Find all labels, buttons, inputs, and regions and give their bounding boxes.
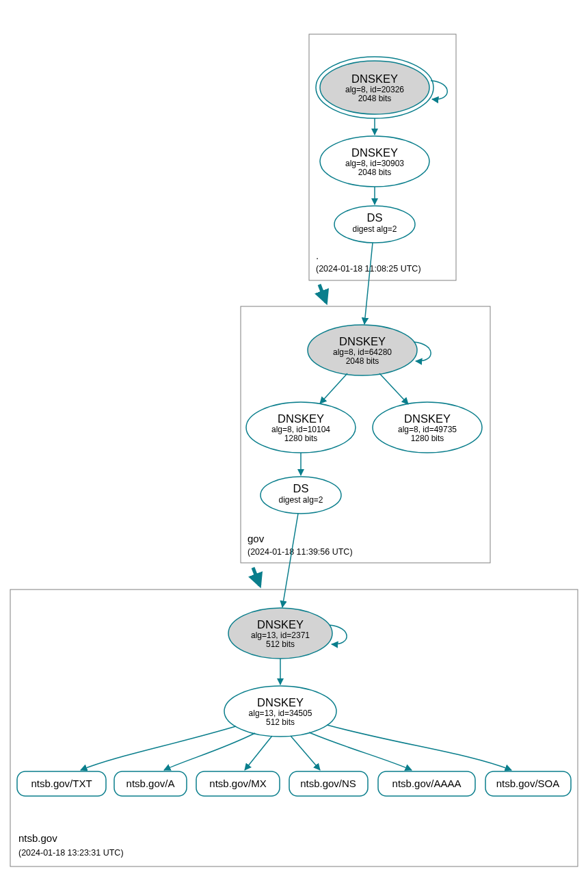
edge-gov-ksk-zsk2 [379,373,408,404]
record-a: ntsb.gov/A [114,771,187,796]
node-gov-zsk-49735: DNSKEY alg=8, id=49735 1280 bits [373,402,482,453]
svg-text:512 bits: 512 bits [266,639,295,649]
node-root-zsk: DNSKEY alg=8, id=30903 2048 bits [320,136,429,187]
svg-text:ntsb.gov/SOA: ntsb.gov/SOA [496,778,560,789]
edge-zsk-aaaa [309,732,412,770]
node-ntsb-ksk: DNSKEY alg=13, id=2371 512 bits [228,608,332,659]
svg-text:DNSKEY: DNSKEY [257,696,304,709]
svg-text:alg=8, id=64280: alg=8, id=64280 [333,347,392,357]
edge-gov-ksk-zsk1 [320,373,347,403]
record-ns: ntsb.gov/NS [289,771,368,796]
svg-text:2048 bits: 2048 bits [346,356,379,366]
edge-root-ds-gov-ksk [364,243,373,324]
node-ntsb-zsk: DNSKEY alg=13, id=34505 512 bits [224,686,336,737]
record-txt: ntsb.gov/TXT [17,771,106,796]
svg-text:DNSKEY: DNSKEY [278,412,324,425]
edge-root-to-gov-thick [319,284,326,302]
svg-text:alg=13, id=2371: alg=13, id=2371 [251,631,310,640]
svg-text:alg=8, id=10104: alg=8, id=10104 [271,425,330,434]
svg-text:ntsb.gov/A: ntsb.gov/A [126,778,175,789]
svg-text:512 bits: 512 bits [266,717,295,727]
svg-text:ntsb.gov/AAAA: ntsb.gov/AAAA [392,778,462,789]
zone-name-ntsb: ntsb.gov [18,832,57,844]
dnssec-graph: . (2024-01-18 11:08:25 UTC) gov (2024-01… [0,0,588,874]
svg-text:alg=8, id=20326: alg=8, id=20326 [345,85,404,94]
svg-text:DNSKEY: DNSKEY [257,618,304,631]
svg-text:alg=8, id=30903: alg=8, id=30903 [345,159,404,168]
zone-time-root: (2024-01-18 11:08:25 UTC) [316,264,421,274]
svg-text:ntsb.gov/NS: ntsb.gov/NS [300,778,356,789]
edge-zsk-soa [327,725,511,770]
svg-text:DS: DS [293,482,309,494]
svg-text:DNSKEY: DNSKEY [404,412,451,425]
zone-name-gov: gov [248,533,265,544]
edge-zsk-txt [81,726,236,770]
svg-text:alg=13, id=34505: alg=13, id=34505 [249,709,312,718]
svg-text:alg=8, id=49735: alg=8, id=49735 [398,425,457,434]
edge-zsk-mx [245,736,272,770]
edge-gov-to-ntsb-thick [253,568,260,585]
edge-zsk-a [164,733,255,770]
svg-text:ntsb.gov/TXT: ntsb.gov/TXT [31,778,92,789]
svg-text:DNSKEY: DNSKEY [351,146,398,159]
node-root-ds: DS digest alg=2 [334,206,415,243]
svg-text:digest alg=2: digest alg=2 [352,224,397,234]
svg-text:ntsb.gov/MX: ntsb.gov/MX [209,778,266,789]
record-mx: ntsb.gov/MX [196,771,280,796]
svg-text:DNSKEY: DNSKEY [351,72,398,85]
zone-time-ntsb: (2024-01-18 13:23:31 UTC) [18,848,124,858]
svg-text:DS: DS [367,211,383,224]
record-aaaa: ntsb.gov/AAAA [378,771,475,796]
zone-time-gov: (2024-01-18 11:39:56 UTC) [248,547,353,557]
node-gov-zsk-10104: DNSKEY alg=8, id=10104 1280 bits [246,402,356,453]
node-gov-ksk: DNSKEY alg=8, id=64280 2048 bits [308,325,417,375]
svg-text:digest alg=2: digest alg=2 [278,495,323,505]
svg-text:1280 bits: 1280 bits [284,434,318,443]
record-soa: ntsb.gov/SOA [485,771,571,796]
zone-name-root: . [316,250,319,261]
node-root-ksk: DNSKEY alg=8, id=20326 2048 bits [316,57,433,118]
svg-text:2048 bits: 2048 bits [358,168,392,177]
edge-gov-ds-ntsb-ksk [282,514,298,607]
svg-text:1280 bits: 1280 bits [411,434,444,443]
node-gov-ds: DS digest alg=2 [260,477,341,514]
svg-text:DNSKEY: DNSKEY [339,335,386,347]
svg-text:2048 bits: 2048 bits [358,94,392,103]
edge-zsk-ns [291,736,320,770]
